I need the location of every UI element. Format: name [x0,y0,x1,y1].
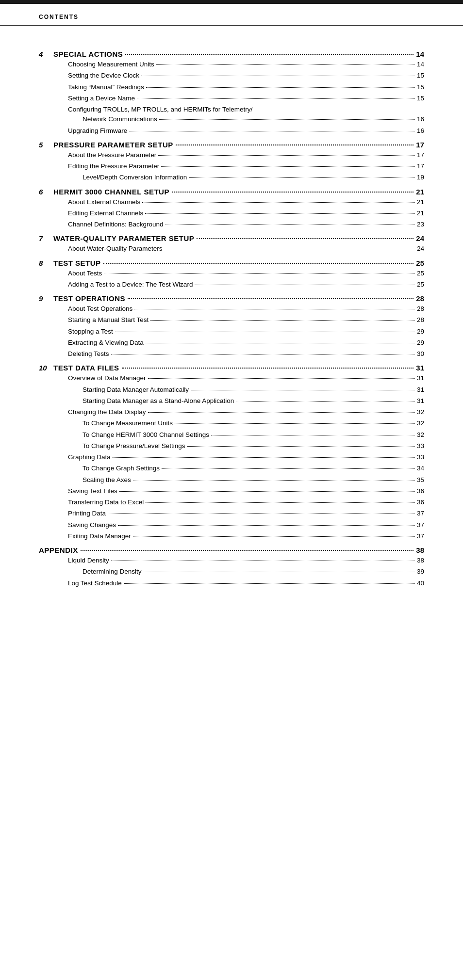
entry-dots [108,514,415,514]
entry-page: 19 [417,173,424,182]
entry-page: 37 [417,509,424,518]
entry-page: 28 [417,304,424,314]
entry-page: 39 [417,567,424,577]
entry-dots [113,457,415,458]
entry-page: 14 [417,60,424,69]
entry-text: Starting Data Manager Automatically [83,385,189,395]
chapter-dots [176,145,414,145]
toc-entry-row: Stopping a Test29 [39,327,424,337]
toc-entry-row: Overview of Data Manager31 [39,373,424,383]
entry-dots [150,320,415,321]
entry-page: 29 [417,338,424,348]
entry-text: Starting Data Manager as a Stand-Alone A… [83,396,234,406]
entry-text: Taking “Manual” Readings [68,82,144,92]
entry-text: Setting the Device Clock [68,71,139,80]
chapter-dots [122,368,414,369]
toc-entry-row: Adding a Test to a Device: The Test Wiza… [39,280,424,289]
chapter-row: 10TEST DATA FILES31 [39,364,424,372]
appendix-title: APPENDIX [39,546,78,554]
header-label: CONTENTS [39,14,79,20]
appendix-page: 38 [416,546,424,554]
chapter-page: 31 [416,364,424,372]
entry-dots [146,502,415,503]
entry-dots [104,273,415,274]
entry-text: Changing the Data Display [68,407,146,417]
entry-dots [236,401,415,402]
chapter-number: 10 [39,364,53,372]
entry-text: Log Test Schedule [68,578,122,588]
toc-entry-row: About the Pressure Parameter17 [39,150,424,160]
chapter-number: 9 [39,294,53,303]
entry-page: 38 [417,556,424,565]
entry-dots [129,131,415,131]
toc-entry-row: Exiting Data Manager37 [39,531,424,541]
header: CONTENTS [0,4,463,26]
chapter-block: 9TEST OPERATIONS28About Test Operations2… [39,294,424,359]
entry-page: 25 [417,269,424,278]
entry-text: Deleting Tests [68,349,109,359]
entry-page: 25 [417,280,424,289]
toc-entry-row: Setting the Device Clock15 [39,71,424,80]
entry-page: 36 [417,498,424,507]
toc-entry-row: Level/Depth Conversion Information19 [39,173,424,182]
chapter-title: HERMIT 3000 CHANNEL SETUP [53,188,169,196]
appendix-row: APPENDIX38 [39,546,424,554]
toc-entry-row: Choosing Measurement Units14 [39,60,424,69]
chapter-page: 17 [416,141,424,149]
entry-text: Setting a Device Name [68,94,135,103]
chapter-number: 7 [39,234,53,242]
entry-page: 21 [417,197,424,207]
toc-content: 4SPECIAL ACTIONS14Choosing Measurement U… [0,40,463,610]
entry-text: Editing the Pressure Parameter [68,161,159,171]
entry-text: Extracting & Viewing Data [68,338,144,348]
entry-dots [211,435,415,435]
toc-entry-row: About External Channels21 [39,197,424,207]
entry-text: Editing External Channels [68,209,143,218]
toc-entry-row: Printing Data37 [39,509,424,518]
entry-dots [146,87,415,88]
entry-text: Exiting Data Manager [68,531,131,541]
entry-page: 40 [417,578,424,588]
chapter-block: 7WATER-QUALITY PARAMETER SETUP24About Wa… [39,234,424,254]
toc-entry-row: Extracting & Viewing Data29 [39,338,424,348]
entry-page: 17 [417,150,424,160]
entry-page: 32 [417,430,424,440]
entry-dots [195,285,415,285]
entry-dots [161,166,415,167]
toc-entry-row: Log Test Schedule40 [39,578,424,588]
entry-text: Adding a Test to a Device: The Test Wiza… [68,280,193,289]
entry-text: Saving Text Files [68,486,117,496]
multiline-entry: Configuring TROLLs, MP TROLLs, and HERMI… [39,105,424,125]
entry-page: 36 [417,486,424,496]
entry-page: 31 [417,373,424,383]
toc-entry-row: Transferring Data to Excel36 [39,498,424,507]
chapter-title: TEST OPERATIONS [53,294,125,303]
entry-dots [124,583,415,584]
entry-page: 16 [417,126,424,136]
toc-entry-row: To Change Measurement Units32 [39,418,424,428]
chapter-page: 25 [416,259,424,267]
entry-text: To Change HERMIT 3000 Channel Settings [83,430,209,440]
entry-text: About Water-Quality Parameters [68,244,163,254]
entry-text: Graphing Data [68,452,111,462]
entry-dots [159,119,415,120]
chapter-number: 4 [39,50,53,58]
toc-entry-row: To Change HERMIT 3000 Channel Settings32 [39,430,424,440]
chapter-block: 6HERMIT 3000 CHANNEL SETUP21About Extern… [39,188,424,230]
entry-text: Channel Definitions: Background [68,220,164,229]
entry-line2-text: Network Communications [83,114,157,124]
toc-entry-row: Determining Density39 [39,567,424,577]
toc-entry-row: Starting Data Manager Automatically31 [39,385,424,395]
entry-dots [165,249,415,249]
entry-dots [148,412,415,413]
chapter-title: SPECIAL ACTIONS [53,50,123,58]
entry-text: About External Channels [68,197,140,207]
toc-entry-row: Deleting Tests30 [39,349,424,359]
chapter-title: TEST DATA FILES [53,364,119,372]
entry-text: To Change Pressure/Level Settings [83,441,185,451]
entry-page: 28 [417,315,424,325]
page: CONTENTS 4SPECIAL ACTIONS14Choosing Meas… [0,0,463,980]
chapter-block: 4SPECIAL ACTIONS14Choosing Measurement U… [39,50,424,136]
chapter-block: 10TEST DATA FILES31Overview of Data Mana… [39,364,424,541]
chapter-page: 14 [416,50,424,58]
